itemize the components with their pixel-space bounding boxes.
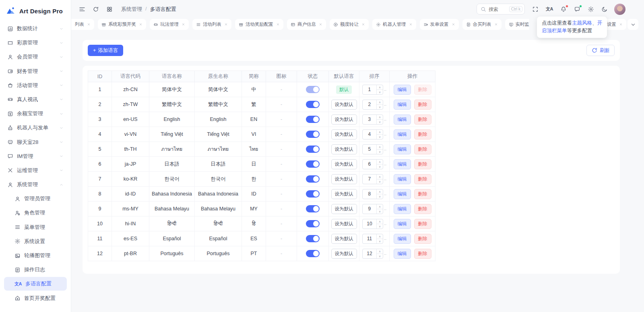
sidebar-item-首页开奖配置[interactable]: 首页开奖配置 [4, 291, 67, 305]
sidebar-item-财务管理[interactable]: 财务管理 [4, 64, 67, 78]
close-tab-icon[interactable] [409, 23, 413, 26]
status-toggle[interactable] [306, 160, 320, 168]
sort-decrease-icon[interactable]: ∨ [377, 224, 383, 229]
sort-input[interactable] [363, 130, 376, 139]
delete-button[interactable]: 删除 [414, 249, 431, 259]
set-default-button[interactable]: 设为默认 [331, 219, 357, 229]
set-default-button[interactable]: 设为默认 [331, 100, 357, 110]
sidebar-item-系统管理[interactable]: 系统管理 [4, 178, 67, 191]
sort-decrease-icon[interactable]: ∨ [377, 194, 383, 199]
status-toggle[interactable] [306, 250, 320, 257]
sort-input[interactable] [363, 249, 376, 258]
edit-button[interactable]: 编辑 [394, 219, 411, 229]
tab-机器人管理[interactable]: 机器人管理 [372, 19, 416, 30]
edit-button[interactable]: 编辑 [394, 174, 411, 184]
tab-额度转让[interactable]: 额度转让 [330, 19, 369, 30]
tab-活动奖励配置[interactable]: 活动奖励配置 [235, 19, 283, 30]
sort-increase-icon[interactable]: ∧ [377, 189, 383, 194]
status-toggle[interactable] [306, 235, 320, 242]
sort-input[interactable] [363, 160, 376, 169]
tab-发单设置[interactable]: 发单设置 [420, 19, 459, 30]
sidebar-item-IM管理[interactable]: IM管理 [4, 150, 67, 163]
tooltip-theme-link[interactable]: 主题风格 [572, 20, 592, 26]
sort-decrease-icon[interactable]: ∨ [377, 90, 383, 94]
sort-decrease-icon[interactable]: ∨ [377, 254, 383, 258]
tab-列表[interactable]: 列表 [71, 19, 94, 30]
sidebar-item-轮播图管理[interactable]: 轮播图管理 [4, 249, 67, 262]
sort-decrease-icon[interactable]: ∨ [377, 135, 383, 139]
global-search[interactable]: Ctrl k [477, 4, 525, 15]
delete-button[interactable]: 删除 [414, 159, 431, 169]
sort-input[interactable] [363, 234, 376, 243]
close-tab-icon[interactable] [87, 23, 91, 26]
edit-button[interactable]: 编辑 [394, 249, 411, 259]
sidebar-item-会员管理[interactable]: 会员管理 [4, 50, 67, 64]
sidebar-item-数据统计[interactable]: 数据统计 [4, 22, 67, 35]
delete-button[interactable]: 删除 [414, 129, 431, 139]
sort-input[interactable] [363, 115, 376, 124]
sort-input[interactable] [363, 145, 376, 154]
sort-increase-icon[interactable]: ∧ [377, 234, 383, 239]
user-avatar[interactable] [614, 4, 625, 15]
sort-increase-icon[interactable]: ∧ [377, 219, 383, 224]
status-toggle[interactable] [306, 131, 320, 138]
sort-increase-icon[interactable]: ∧ [377, 85, 383, 90]
status-toggle[interactable] [306, 175, 320, 183]
sidebar-item-彩票管理[interactable]: 彩票管理 [4, 36, 67, 50]
sort-input[interactable] [363, 100, 376, 109]
sort-input[interactable] [363, 175, 376, 184]
delete-button[interactable]: 删除 [414, 85, 431, 95]
edit-button[interactable]: 编辑 [394, 85, 411, 95]
edit-button[interactable]: 编辑 [394, 144, 411, 154]
status-toggle[interactable] [306, 220, 320, 227]
sort-decrease-icon[interactable]: ∨ [377, 120, 383, 124]
dark-mode-moon-icon[interactable] [601, 6, 608, 12]
sidebar-item-系统设置[interactable]: 系统设置 [4, 235, 67, 248]
breadcrumb-parent[interactable]: 系统管理 [121, 6, 142, 13]
sort-increase-icon[interactable]: ∧ [377, 249, 383, 254]
sort-input[interactable] [363, 219, 376, 229]
edit-button[interactable]: 编辑 [394, 234, 411, 244]
sidebar-item-菜单管理[interactable]: 菜单管理 [4, 220, 67, 234]
edit-button[interactable]: 编辑 [394, 159, 411, 169]
status-toggle[interactable] [306, 146, 320, 153]
sort-increase-icon[interactable]: ∧ [377, 204, 383, 209]
close-tab-icon[interactable] [619, 23, 623, 26]
set-default-button[interactable]: 设为默认 [331, 204, 357, 214]
sidebar-item-运维管理[interactable]: 运维管理 [4, 164, 67, 177]
delete-button[interactable]: 删除 [414, 204, 431, 214]
collapse-menu-button[interactable] [76, 3, 88, 15]
sidebar-item-聊天室28[interactable]: 聊天室28 [4, 135, 67, 149]
bell-icon[interactable] [560, 6, 567, 12]
sort-increase-icon[interactable]: ∧ [377, 130, 383, 135]
set-default-button[interactable]: 设为默认 [331, 189, 357, 199]
sidebar-item-管理员管理[interactable]: 管理员管理 [4, 192, 67, 206]
edit-button[interactable]: 编辑 [394, 114, 411, 125]
edit-button[interactable]: 编辑 [394, 189, 411, 199]
delete-button[interactable]: 删除 [414, 144, 431, 154]
delete-button[interactable]: 删除 [414, 174, 431, 184]
delete-button[interactable]: 删除 [414, 100, 431, 110]
sort-decrease-icon[interactable]: ∨ [377, 209, 383, 214]
edit-button[interactable]: 编辑 [394, 100, 411, 110]
set-default-button[interactable]: 设为默认 [331, 174, 357, 184]
delete-button[interactable]: 删除 [414, 234, 431, 244]
sort-increase-icon[interactable]: ∧ [377, 175, 383, 179]
sidebar-item-角色管理[interactable]: 角色管理 [4, 206, 67, 220]
sort-increase-icon[interactable]: ∧ [377, 100, 383, 105]
sidebar-item-活动管理[interactable]: 活动管理 [4, 79, 67, 92]
set-default-button[interactable]: 设为默认 [331, 114, 357, 125]
close-tab-icon[interactable] [494, 23, 498, 26]
sort-decrease-icon[interactable]: ∨ [377, 150, 383, 154]
tabs-overflow-button[interactable] [627, 19, 638, 30]
delete-button[interactable]: 删除 [414, 114, 431, 125]
set-default-button[interactable]: 设为默认 [331, 129, 357, 139]
tab-活动列表[interactable]: 活动列表 [192, 19, 231, 30]
sidebar-item-机器人与发单[interactable]: 机器人与发单 [4, 121, 67, 135]
sort-decrease-icon[interactable]: ∨ [377, 179, 383, 184]
edit-button[interactable]: 编辑 [394, 129, 411, 139]
apps-grid-button[interactable] [103, 3, 116, 15]
tab-商户信息[interactable]: 商户信息 [287, 19, 326, 30]
edit-button[interactable]: 编辑 [394, 204, 411, 214]
tab-玩法管理[interactable]: 玩法管理 [150, 19, 189, 30]
